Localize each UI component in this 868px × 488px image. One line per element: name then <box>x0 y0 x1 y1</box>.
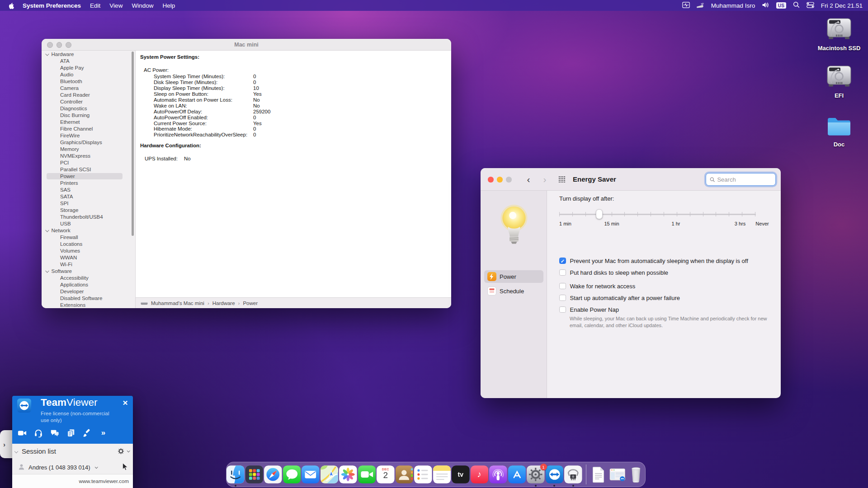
nav-item-power[interactable]: Power <box>484 270 543 283</box>
sidebar-item-volumes[interactable]: Volumes <box>42 247 135 254</box>
sidebar-item-sata[interactable]: SATA <box>42 193 135 200</box>
sidebar-item-accessibility[interactable]: Accessibility <box>42 274 135 281</box>
desktop-icon-doc[interactable]: Doc <box>810 116 868 148</box>
zoom-button[interactable] <box>506 177 512 183</box>
dock-icon-messages[interactable] <box>283 465 301 483</box>
sidebar-item-sas[interactable]: SAS <box>42 186 135 193</box>
spotlight-search-icon[interactable] <box>793 1 800 9</box>
dock-icon-teamviewer[interactable] <box>546 465 564 483</box>
sysinfo-titlebar[interactable]: Mac mini <box>42 39 451 51</box>
sidebar-item-camera[interactable]: Camera <box>42 84 135 91</box>
sidebar-item-thunderbolt-usb4[interactable]: Thunderbolt/USB4 <box>42 213 135 220</box>
sidebar-item-disc-burning[interactable]: Disc Burning <box>42 112 135 118</box>
sidebar-item-developer[interactable]: Developer <box>42 288 135 295</box>
energy-titlebar[interactable]: ‹ › Energy Saver <box>481 168 781 191</box>
sidebar-item-fibre-channel[interactable]: Fibre Channel <box>42 125 135 132</box>
keyboard-input-badge[interactable]: US <box>776 2 786 9</box>
dock-icon-reminders[interactable] <box>414 465 432 483</box>
dock-icon-facetime[interactable] <box>358 465 376 483</box>
desktop-icon-macintosh-ssd[interactable]: Macintosh SSD <box>810 17 868 52</box>
minimize-button[interactable] <box>497 177 503 183</box>
menu-edit[interactable]: Edit <box>90 2 100 9</box>
menu-window[interactable]: Window <box>132 2 153 9</box>
volume-icon[interactable] <box>762 2 769 9</box>
sidebar-item-wwan[interactable]: WWAN <box>42 254 135 261</box>
session-row[interactable]: Andres (1 048 393 014) <box>18 463 128 472</box>
sidebar-item-power[interactable]: Power <box>42 173 135 179</box>
desktop-icon-efi[interactable]: EFI <box>810 65 868 99</box>
slider-track[interactable] <box>559 214 756 215</box>
menu-view[interactable]: View <box>109 2 123 9</box>
audio-call-icon[interactable] <box>33 428 43 437</box>
search-input[interactable] <box>717 176 772 183</box>
sidebar-item-card-reader[interactable]: Card Reader <box>42 91 135 98</box>
dock-icon-music[interactable]: ♪ <box>471 465 489 483</box>
sidebar-item-diagnostics[interactable]: Diagnostics <box>42 105 135 112</box>
sidebar-item-controller[interactable]: Controller <box>42 98 135 105</box>
video-call-icon[interactable] <box>17 428 27 437</box>
checkbox-unchecked[interactable] <box>559 295 566 301</box>
close-icon[interactable]: ✕ <box>122 399 129 407</box>
sidebar-item-wi-fi[interactable]: Wi-Fi <box>42 261 135 267</box>
dock-icon-safari[interactable] <box>264 465 282 483</box>
sidebar-item-ata[interactable]: ATA <box>42 57 135 64</box>
sidebar-item-firewire[interactable]: FireWire <box>42 132 135 139</box>
back-button[interactable]: ‹ <box>524 174 533 185</box>
sidebar-item-pci[interactable]: PCI <box>42 159 135 166</box>
checkbox-unchecked[interactable] <box>559 306 566 313</box>
dock-icon-mail[interactable] <box>302 465 320 483</box>
teamviewer-collapse-handle[interactable]: › <box>0 430 12 458</box>
sidebar-item-network[interactable]: Network <box>42 227 135 234</box>
nav-item-schedule[interactable]: Schedule <box>484 285 543 297</box>
more-tools-icon[interactable]: » <box>99 428 108 437</box>
teamviewer-website[interactable]: www.teamviewer.com <box>12 474 133 488</box>
chat-icon[interactable] <box>50 428 59 437</box>
sidebar-item-disabled-software[interactable]: Disabled Software <box>42 295 135 301</box>
show-all-icon[interactable] <box>558 176 566 185</box>
chevron-down-icon[interactable] <box>94 465 98 469</box>
session-settings-gear-icon[interactable] <box>117 447 129 455</box>
sidebar-item-apple-pay[interactable]: Apple Pay <box>42 64 135 71</box>
dock-icon-sysprefs[interactable]: 1 <box>527 465 545 483</box>
dock-icon-contacts[interactable] <box>396 465 414 483</box>
search-field[interactable] <box>706 173 776 186</box>
sidebar-scrollbar[interactable] <box>132 52 134 236</box>
sidebar-item-audio[interactable]: Audio <box>42 71 135 78</box>
sidebar-item-locations[interactable]: Locations <box>42 240 135 247</box>
forward-button[interactable]: › <box>540 174 549 185</box>
sidebar-item-applications[interactable]: Applications <box>42 281 135 288</box>
checkbox-unchecked[interactable] <box>559 283 566 290</box>
checkbox-checked[interactable] <box>559 258 566 264</box>
sidebar-item-printers[interactable]: Printers <box>42 179 135 186</box>
menu-system-preferences[interactable]: System Preferences <box>23 2 81 9</box>
sidebar-item-hardware[interactable]: Hardware <box>42 51 135 57</box>
apple-menu-icon[interactable] <box>8 2 14 9</box>
chevron-down-icon[interactable] <box>14 449 18 453</box>
sidebar-item-firewall[interactable]: Firewall <box>42 234 135 240</box>
sidebar-item-bluetooth[interactable]: Bluetooth <box>42 78 135 84</box>
checkbox-unchecked[interactable] <box>559 269 566 276</box>
sidebar-item-parallel-scsi[interactable]: Parallel SCSI <box>42 166 135 173</box>
sidebar-item-memory[interactable]: Memory <box>42 145 135 152</box>
sidebar-item-extensions[interactable]: Extensions <box>42 301 135 308</box>
menu-help[interactable]: Help <box>162 2 175 9</box>
connect-cursor-icon[interactable] <box>121 463 128 472</box>
file-transfer-icon[interactable] <box>66 428 75 437</box>
sidebar-item-storage[interactable]: Storage <box>42 206 135 213</box>
whiteboard-icon[interactable] <box>82 428 92 437</box>
dock-icon-notes[interactable] <box>433 465 451 483</box>
dock-icon-finder[interactable] <box>226 465 245 483</box>
dock-icon-sysinfo[interactable] <box>564 465 582 483</box>
sidebar-item-usb[interactable]: USB <box>42 220 135 227</box>
sidebar-item-ethernet[interactable]: Ethernet <box>42 118 135 125</box>
menubar-username[interactable]: Muhammad Isro <box>711 2 755 9</box>
dock-icon-minwindow[interactable] <box>609 465 627 483</box>
dock-icon-photos[interactable] <box>339 465 357 483</box>
sidebar-item-nvmexpress[interactable]: NVMExpress <box>42 152 135 159</box>
close-button[interactable] <box>488 177 494 183</box>
slider-thumb[interactable] <box>596 209 603 219</box>
dock-icon-launchpad[interactable] <box>245 465 264 483</box>
dock-icon-docfile[interactable] <box>590 465 608 483</box>
menubar-clock[interactable]: Fri 2 Dec 21.51 <box>821 2 863 9</box>
display-off-slider[interactable] <box>559 209 756 220</box>
